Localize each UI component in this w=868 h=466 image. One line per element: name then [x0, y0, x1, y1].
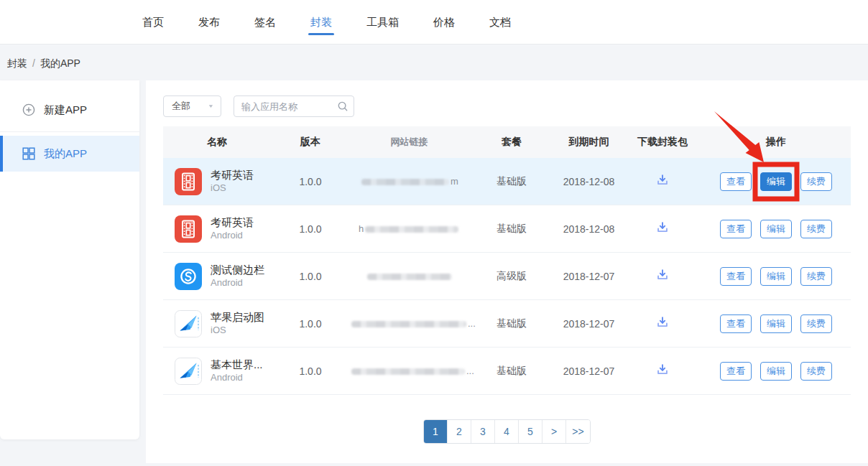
app-platform: Android [211, 372, 263, 384]
column-header-7: 操作 [702, 136, 850, 149]
package-tier: 基础版 [468, 317, 555, 330]
film-icon [175, 168, 202, 195]
expire-date: 2018-12-08 [555, 176, 623, 187]
table-row[interactable]: 测试侧边栏 Android 1.0.0 高级版 2018-12-07 查看 编辑… [163, 253, 851, 300]
s-circle-icon [175, 263, 202, 290]
table-header-row: 名称版本网站链接套餐到期时间下载封装包操作 [163, 126, 851, 158]
edit-button[interactable]: 编辑 [760, 172, 792, 191]
package-tier: 基础版 [468, 223, 555, 236]
package-tier: 基础版 [468, 365, 555, 378]
renew-button[interactable]: 续费 [800, 172, 832, 191]
nav-item-4[interactable]: 封装 [310, 0, 332, 45]
table-row[interactable]: 考研英语 iOS 1.0.0 m 基础版 2018-12-08 查看 编辑 续费 [163, 158, 851, 205]
app-version: 1.0.0 [271, 176, 350, 187]
search-box [234, 95, 354, 117]
table-body: 考研英语 iOS 1.0.0 m 基础版 2018-12-08 查看 编辑 续费 [163, 158, 851, 395]
app-version: 1.0.0 [271, 365, 350, 377]
origami-bird-icon [175, 310, 202, 337]
app-platform: iOS [211, 182, 254, 195]
app-url: h [350, 223, 468, 234]
column-header-5: 到期时间 [555, 136, 623, 149]
column-header-3: 网站链接 [350, 136, 468, 149]
download-icon[interactable] [655, 362, 670, 378]
next-page-button[interactable]: > [542, 420, 566, 443]
app-url: ... [350, 365, 468, 376]
breadcrumb-item-current: 我的APP [40, 57, 80, 69]
download-icon[interactable] [655, 220, 670, 236]
app-url: ... [350, 318, 468, 329]
table-row[interactable]: 考研英语 Android 1.0.0 h 基础版 2018-12-08 查看 编… [163, 205, 851, 253]
renew-button[interactable]: 续费 [800, 314, 832, 333]
origami-app-icon [175, 310, 202, 337]
edit-button[interactable]: 编辑 [760, 314, 792, 333]
blurred-url [351, 368, 465, 375]
breadcrumb: 封装/我的APP [7, 57, 80, 70]
url-visible-suffix: m [451, 176, 458, 187]
view-button[interactable]: 查看 [720, 362, 752, 381]
search-input[interactable] [234, 95, 354, 117]
view-button[interactable]: 查看 [720, 220, 752, 238]
nav-item-1[interactable]: 首页 [142, 0, 164, 45]
url-visible-prefix: h [359, 223, 364, 234]
edit-button[interactable]: 编辑 [760, 362, 792, 381]
origami-app-icon [175, 358, 202, 385]
renew-button[interactable]: 续费 [800, 362, 832, 381]
last-page-button[interactable]: >> [566, 420, 590, 443]
search-icon[interactable] [337, 101, 348, 112]
expire-date: 2018-12-07 [555, 318, 623, 330]
app-platform: Android [211, 230, 254, 242]
app-version: 1.0.0 [271, 318, 350, 330]
expire-date: 2018-12-07 [555, 365, 623, 377]
main-nav: 首页发布签名封装工具箱价格文档 [142, 0, 868, 45]
download-icon[interactable] [655, 267, 670, 283]
package-tier: 基础版 [468, 175, 555, 188]
filter-select-value: 全部 [172, 100, 190, 113]
film-icon [175, 215, 202, 243]
nav-item-7[interactable]: 文档 [489, 0, 511, 45]
app-name: 考研英语 [211, 215, 254, 230]
filter-select[interactable]: 全部 ▼ [163, 95, 221, 117]
page-button-2[interactable]: 2 [448, 420, 471, 443]
table-row[interactable]: 苹果启动图 iOS 1.0.0 ... 基础版 2018-12-07 查看 编辑… [163, 300, 851, 348]
top-navbar: 首页发布签名封装工具箱价格文档 [0, 0, 868, 45]
film-app-icon [175, 168, 202, 195]
page-button-1[interactable]: 1 [424, 420, 448, 443]
nav-item-2[interactable]: 发布 [198, 0, 220, 45]
download-icon[interactable] [655, 314, 670, 330]
view-button[interactable]: 查看 [720, 267, 752, 286]
breadcrumb-item-root[interactable]: 封装 [7, 57, 27, 69]
main-panel: 全部 ▼ 名称版本网站链接套餐到期时间下载封装包操作 考研英语 iOS 1.0.… [146, 80, 868, 463]
renew-button[interactable]: 续费 [800, 267, 832, 286]
nav-item-6[interactable]: 价格 [433, 0, 455, 45]
renew-button[interactable]: 续费 [800, 220, 832, 238]
app-platform: iOS [211, 325, 264, 337]
page-button-5[interactable]: 5 [519, 420, 542, 443]
breadcrumb-separator: / [32, 57, 35, 69]
chevron-down-icon: ▼ [208, 103, 214, 109]
sidebar-divider [0, 131, 139, 132]
app-name: 苹果启动图 [211, 310, 264, 325]
nav-item-3[interactable]: 签名 [254, 0, 276, 45]
column-header-1: 名称 [163, 136, 271, 149]
blurred-url [367, 274, 452, 280]
package-tier: 高级版 [468, 270, 555, 283]
page-button-4[interactable]: 4 [495, 420, 519, 443]
expire-date: 2018-12-07 [555, 271, 623, 282]
app-name: 测试侧边栏 [211, 263, 264, 277]
table-row[interactable]: 基本世界... Android 1.0.0 ... 基础版 2018-12-07… [163, 348, 851, 395]
sidebar-item-my-app[interactable]: 我的APP [0, 136, 139, 172]
column-header-2: 版本 [271, 136, 350, 149]
expire-date: 2018-12-08 [555, 223, 623, 235]
sidebar: 新建APP 我的APP [0, 80, 139, 439]
nav-item-5[interactable]: 工具箱 [366, 0, 399, 45]
edit-button[interactable]: 编辑 [760, 267, 792, 286]
sidebar-item-new-app[interactable]: 新建APP [0, 92, 139, 128]
edit-button[interactable]: 编辑 [760, 220, 792, 238]
view-button[interactable]: 查看 [720, 314, 752, 333]
view-button[interactable]: 查看 [720, 172, 752, 191]
download-icon[interactable] [655, 172, 670, 188]
column-header-6: 下载封装包 [623, 136, 702, 149]
toolbar: 全部 ▼ [146, 80, 868, 117]
page-button-3[interactable]: 3 [471, 420, 495, 443]
app-url: m [350, 176, 468, 187]
